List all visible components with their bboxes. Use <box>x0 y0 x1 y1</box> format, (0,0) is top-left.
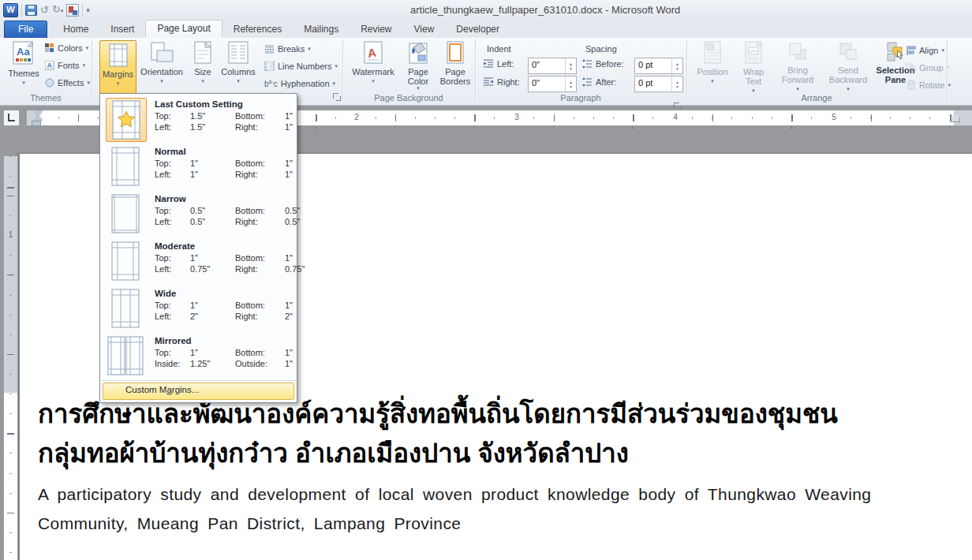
bring-forward-button-label: Bring Forward <box>777 65 818 84</box>
left-indent-marker[interactable] <box>32 121 41 126</box>
title-bar: W ↺ ↻▾ ▾ article_thungkaew_fullpaper_631… <box>0 0 972 21</box>
spinner-arrows-icon[interactable]: ▲▼ <box>671 58 682 73</box>
narrow-margin-icon <box>106 192 145 235</box>
undo-icon[interactable]: ↺ <box>40 4 49 17</box>
tab-developer[interactable]: Developer <box>445 21 510 38</box>
margins-menu-item-wide[interactable]: Wide Top:1"Bottom:1" Left:2"Right:2" <box>100 285 297 332</box>
spinner-arrows-icon[interactable]: ▲▼ <box>671 77 682 91</box>
margins-menu-item-narrow[interactable]: Narrow Top:0.5"Bottom:0.5" Left:0.5"Righ… <box>100 190 297 237</box>
page-color-button[interactable]: Page Color ▾ <box>401 41 436 91</box>
margins-menu-item-mirrored[interactable]: Mirrored Top:1"Bottom:1" Inside:1.25"Out… <box>100 332 297 379</box>
margin-value: 1" <box>285 169 293 180</box>
rotate-button[interactable]: Rotate▾ <box>906 80 951 90</box>
svg-text:Aa: Aa <box>17 46 30 58</box>
margin-value: 1" <box>285 358 293 369</box>
tab-file[interactable]: File <box>4 21 47 38</box>
margin-label: Top: <box>155 300 190 311</box>
indent-left-value[interactable]: 0" <box>529 58 565 73</box>
customize-qat-icon[interactable]: ▾ <box>86 6 90 14</box>
spacing-before-label: Before: <box>596 59 623 69</box>
margin-label: Bottom: <box>235 158 285 169</box>
paragraph-group-label: Paragraph <box>475 93 686 103</box>
position-button[interactable]: Position ▾ <box>693 41 732 84</box>
size-button-label: Size <box>194 67 211 77</box>
ribbon-tab-row: File Home Insert Page Layout References … <box>0 20 972 38</box>
group-button[interactable]: Group▾ <box>906 63 949 73</box>
orientation-button[interactable]: Orientation ▾ <box>137 41 186 84</box>
theme-colors-button[interactable]: Colors▾ <box>45 43 88 53</box>
theme-fonts-label: Fonts <box>58 61 80 70</box>
margins-dropdown-menu: Last Custom Setting Top:1.5"Bottom:1" Le… <box>99 93 297 403</box>
spacing-after-value[interactable]: 0 pt <box>635 77 671 91</box>
tab-view[interactable]: View <box>403 21 446 38</box>
watermark-button[interactable]: A Watermark ▾ <box>347 41 399 84</box>
bring-forward-icon <box>787 41 808 63</box>
redo-icon[interactable]: ↻▾ <box>52 3 63 17</box>
size-button[interactable]: Size ▾ <box>189 41 216 84</box>
margins-menu-item-moderate[interactable]: Moderate Top:1"Bottom:1" Left:0.75"Right… <box>100 237 297 285</box>
spacing-before-value[interactable]: 0 pt <box>635 58 671 73</box>
ruler-number: 2 <box>352 113 361 121</box>
indent-left-input[interactable]: 0" ▲▼ <box>528 58 577 74</box>
align-button[interactable]: Align▾ <box>906 46 944 55</box>
margin-label: Bottom: <box>235 300 285 311</box>
spinner-arrows-icon[interactable]: ▲▼ <box>565 77 576 91</box>
margin-label: Left: <box>155 169 190 180</box>
custom-margins-menu-item[interactable]: Custom Margins... <box>103 383 294 400</box>
bring-forward-button[interactable]: Bring Forward ▾ <box>775 41 821 91</box>
margins-button[interactable]: Margins ▾ <box>99 40 136 94</box>
theme-effects-button[interactable]: Effects▾ <box>45 78 90 88</box>
save-icon[interactable] <box>25 5 37 16</box>
margin-value: 0.75" <box>285 263 305 274</box>
ruler-number: 1 <box>4 230 17 239</box>
divider <box>82 4 83 17</box>
hyphenation-label: Hyphenation <box>281 79 330 88</box>
send-backward-button[interactable]: Send Backward ▾ <box>824 41 873 91</box>
margin-label: Outside: <box>235 358 285 369</box>
page-setup-dialog-launcher-icon[interactable] <box>332 92 342 102</box>
themes-button[interactable]: Aa Themes ▾ <box>6 41 41 85</box>
spacing-before-input[interactable]: 0 pt ▲▼ <box>634 58 683 74</box>
print-preview-icon[interactable] <box>66 4 79 17</box>
margin-value: 1" <box>285 252 305 263</box>
first-line-indent-marker[interactable] <box>35 110 43 116</box>
tab-insert[interactable]: Insert <box>99 21 145 38</box>
line-numbers-icon: 123 <box>264 62 275 71</box>
spacing-after-input[interactable]: 0 pt ▲▼ <box>634 76 683 92</box>
line-numbers-button[interactable]: 123 Line Numbers▾ <box>264 62 338 71</box>
wrap-text-icon <box>743 41 764 65</box>
spinner-arrows-icon[interactable]: ▲▼ <box>565 58 576 73</box>
theme-effects-label: Effects <box>58 78 84 88</box>
tab-mailings[interactable]: Mailings <box>293 21 350 38</box>
theme-fonts-button[interactable]: A Fonts▾ <box>45 61 85 70</box>
chevron-down-icon: ▾ <box>752 88 755 93</box>
indent-right-input[interactable]: 0" ▲▼ <box>528 76 577 92</box>
margins-menu-item-normal[interactable]: Normal Top:1"Bottom:1" Left:1"Right:1" <box>100 143 297 190</box>
tab-review[interactable]: Review <box>350 21 402 38</box>
vertical-ruler[interactable]: 1 <box>3 155 18 560</box>
margin-value: 0.5" <box>190 205 235 216</box>
moderate-margin-icon <box>106 240 145 282</box>
margin-label: Right: <box>235 311 285 322</box>
columns-button[interactable]: Columns ▾ <box>218 41 259 84</box>
normal-margin-icon <box>106 145 145 188</box>
indent-right-icon <box>483 77 494 87</box>
margins-menu-item-last-custom[interactable]: Last Custom Setting Top:1.5"Bottom:1" Le… <box>100 95 297 143</box>
breaks-button[interactable]: Breaks▾ <box>264 44 311 54</box>
orientation-icon <box>149 41 174 65</box>
tab-page-layout[interactable]: Page Layout <box>145 20 222 38</box>
wrap-text-button[interactable]: Wrap Text ▾ <box>735 41 772 93</box>
position-icon <box>702 41 723 65</box>
page-background-group-label: Page Background <box>342 93 475 103</box>
tab-selector-button[interactable] <box>3 110 20 126</box>
theme-effects-icon <box>45 78 54 88</box>
page-borders-button[interactable]: Page Borders <box>437 41 473 86</box>
hyphenation-icon: ba-c <box>264 79 278 88</box>
word-logo-icon[interactable]: W <box>3 3 18 17</box>
margin-preset-name: Narrow <box>155 194 186 203</box>
hyphenation-button[interactable]: ba-c Hyphenation▾ <box>264 79 335 88</box>
indent-right-value[interactable]: 0" <box>529 77 565 91</box>
margin-value: 1" <box>190 158 235 169</box>
tab-home[interactable]: Home <box>52 21 99 38</box>
tab-references[interactable]: References <box>222 21 293 38</box>
